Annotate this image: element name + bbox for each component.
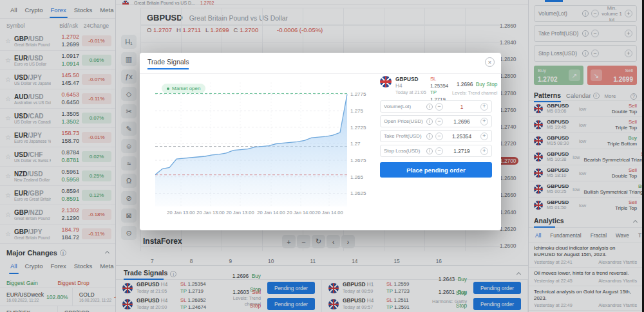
field-value[interactable]: 1.2719 bbox=[446, 148, 478, 154]
trade-signal-card[interactable]: GBPUSD H4 Today at 09:57 SL 1.2511 TP 1.… bbox=[322, 296, 528, 312]
analytics-item[interactable]: Technical analysis on Gold for August 15… bbox=[529, 286, 642, 311]
info-icon[interactable]: i bbox=[426, 104, 433, 110]
favorite-star-icon[interactable]: ☆ bbox=[5, 211, 14, 218]
buy-button[interactable]: Buy 1.2702 ↗ bbox=[534, 66, 583, 85]
modal-title-tab[interactable]: Trade Signals bbox=[147, 58, 189, 69]
collapse-icon[interactable] bbox=[105, 250, 109, 255]
analytics-tab[interactable]: Wave bbox=[612, 230, 633, 241]
favorite-star-icon[interactable]: ☆ bbox=[5, 230, 14, 237]
drop-next-item[interactable]: GBP/SGD bbox=[58, 306, 115, 312]
pattern-row[interactable]: GBPUSD M5 19:45 low Sell Triple Top bbox=[529, 116, 642, 133]
watchlist-row[interactable]: ☆ NZD/USD New Zealand Dollar vs US Do...… bbox=[0, 167, 115, 186]
order-form-field[interactable]: Take Profit(USD) i − 1.25354 + bbox=[380, 130, 492, 142]
order-form-field[interactable]: Volume(Lot) i − Min. volume 1 lot + bbox=[534, 5, 637, 22]
analytics-item[interactable]: Ichimoku cloud indicator analysis on EUR… bbox=[529, 242, 642, 267]
chart-control-button[interactable]: − bbox=[297, 235, 310, 248]
help-icon[interactable]: ? bbox=[630, 93, 637, 100]
decrement-button[interactable]: − bbox=[435, 133, 443, 140]
pending-order-button[interactable]: Pending order bbox=[473, 298, 521, 310]
info-icon[interactable]: i bbox=[426, 133, 433, 140]
watchlist-row[interactable]: ☆ AUD/USD Australian vs US Dollar 0.6453… bbox=[0, 89, 115, 109]
drawing-tool-icon[interactable]: ▥ bbox=[121, 52, 137, 66]
increment-button[interactable]: + bbox=[480, 147, 488, 155]
drawing-tool-icon[interactable]: Ω bbox=[121, 174, 137, 188]
pending-order-button[interactable]: Pending order bbox=[267, 282, 315, 294]
info-icon[interactable]: i bbox=[170, 271, 176, 277]
drawing-tool-icon[interactable]: ◇ bbox=[121, 87, 137, 101]
pattern-row[interactable]: GBPUSD M5 01:50 low Sell Triple Top bbox=[529, 197, 642, 213]
analytics-tab[interactable]: Fundamental bbox=[546, 230, 585, 241]
analytics-tab[interactable]: T bbox=[634, 230, 642, 241]
drawing-tool-icon[interactable]: ƒx bbox=[121, 69, 137, 84]
decrement-button[interactable]: − bbox=[591, 30, 599, 37]
decrement-button[interactable]: − bbox=[591, 50, 599, 57]
pending-order-button[interactable]: Pending order bbox=[267, 298, 315, 310]
watchlist-row[interactable]: ☆ GBP/JPY Great Britain Pound vs Japa...… bbox=[0, 225, 115, 244]
watchlist-tab[interactable]: All bbox=[6, 4, 21, 18]
info-icon[interactable]: i bbox=[60, 250, 66, 256]
place-pending-order-button[interactable]: Place pending order bbox=[380, 162, 492, 178]
favorite-star-icon[interactable]: ☆ bbox=[5, 115, 14, 122]
order-form-field[interactable]: Volume(Lot) i − 1 + bbox=[380, 100, 492, 113]
chart-control-button[interactable]: ↻ bbox=[312, 235, 325, 248]
biggest-gain-item[interactable]: EUR/USDweek 16.08.2023, 11:22 102.80% bbox=[0, 288, 73, 306]
watchlist-tab[interactable]: Stocks bbox=[70, 4, 97, 18]
favorite-star-icon[interactable]: ☆ bbox=[5, 153, 14, 160]
trade-signal-card[interactable]: GBPUSD H4 Today at 20:00 SL 1.26852 TP 1… bbox=[116, 296, 322, 312]
info-icon[interactable]: i bbox=[582, 30, 589, 37]
info-icon[interactable]: i bbox=[426, 148, 433, 154]
pattern-row[interactable]: GBPUSD M5 18:10 low Sell Double Top bbox=[529, 165, 642, 181]
watchlist-row[interactable]: ☆ GBP/USD Great Britain Pound vs US D...… bbox=[0, 32, 115, 51]
drawing-tool-icon[interactable]: ✂ bbox=[121, 104, 137, 118]
close-icon[interactable]: × bbox=[485, 57, 495, 67]
pattern-row[interactable]: GBPUSD M15 08:30 low Buy Triple Bottom bbox=[529, 133, 642, 149]
analytics-tab[interactable]: Fractal bbox=[587, 230, 611, 241]
drawing-tool-icon[interactable]: ⊘ bbox=[121, 191, 137, 205]
collapse-icon[interactable] bbox=[633, 219, 638, 224]
analytics-tab[interactable]: All bbox=[531, 230, 545, 241]
gain-next-item[interactable]: EUR/SEK bbox=[0, 306, 58, 312]
collapse-icon[interactable] bbox=[516, 271, 521, 276]
order-form-field[interactable]: Stop Loss(USD) i − 1.2719 + bbox=[380, 145, 492, 157]
increment-button[interactable]: + bbox=[480, 118, 488, 125]
favorite-star-icon[interactable]: ☆ bbox=[5, 134, 14, 141]
field-value[interactable]: Min. volume 1 lot bbox=[601, 5, 622, 23]
watchlist-row[interactable]: ☆ EUR/JPY Euro vs Japanese Yen 158.73 15… bbox=[0, 128, 115, 147]
favorite-star-icon[interactable]: ☆ bbox=[5, 57, 14, 64]
watchlist-row[interactable]: ☆ USD/CAD US Dollar vs Canadian 1.3505 1… bbox=[0, 109, 115, 128]
watchlist-row[interactable]: ☆ EUR/GBP Euro vs Great Britain Pound 0.… bbox=[0, 186, 115, 205]
major-changes-tab[interactable]: Forex bbox=[47, 260, 70, 274]
trade-signal-card[interactable]: GBPUSD H4 Today at 21:05 SL 1.25354 TP 1… bbox=[116, 280, 322, 296]
chart-control-button[interactable]: ‹ bbox=[327, 235, 340, 248]
drawing-tool-icon[interactable]: ☺ bbox=[121, 139, 137, 153]
watchlist-row[interactable]: ☆ EUR/USD Euro vs US Dollar 1.0917 1.091… bbox=[0, 51, 115, 70]
info-icon[interactable]: i bbox=[582, 50, 589, 57]
trade-signal-card[interactable]: GBPUSD H1 Today at 08:59 SL 1.2559 TP 1.… bbox=[322, 280, 528, 296]
increment-button[interactable]: + bbox=[480, 133, 488, 140]
sell-button[interactable]: ↘ Sell 1.2699 bbox=[587, 66, 637, 85]
favorite-star-icon[interactable]: ☆ bbox=[5, 76, 14, 83]
order-form-field[interactable]: Take Profit(USD) i − + bbox=[534, 25, 637, 42]
info-icon[interactable]: i bbox=[582, 10, 589, 17]
watchlist-tab[interactable]: Meta bbox=[96, 4, 117, 18]
increment-button[interactable]: + bbox=[625, 50, 632, 57]
decrement-button[interactable]: − bbox=[435, 118, 443, 125]
field-value[interactable]: 1 bbox=[446, 104, 478, 110]
major-changes-tab[interactable]: All bbox=[6, 260, 21, 274]
favorite-star-icon[interactable]: ☆ bbox=[5, 172, 14, 179]
info-icon[interactable]: i bbox=[426, 118, 433, 125]
tab-calendar[interactable]: Calendari bbox=[566, 92, 600, 99]
increment-button[interactable]: + bbox=[625, 10, 632, 17]
order-form-field[interactable]: Open Price(USD) i − 1.2696 + bbox=[380, 115, 492, 127]
major-changes-tab[interactable]: Stocks bbox=[70, 260, 97, 274]
increment-button[interactable]: + bbox=[625, 30, 632, 37]
watchlist-tab[interactable]: Crypto bbox=[21, 4, 47, 18]
drawing-tool-icon[interactable]: H₁ bbox=[121, 35, 137, 49]
more-link[interactable]: More bbox=[605, 93, 616, 99]
watchlist-tab[interactable]: Forex bbox=[47, 4, 70, 18]
analytics-item[interactable]: Oil moves lower, hints for a trend rever… bbox=[529, 267, 642, 286]
field-value[interactable]: 1.2696 bbox=[446, 118, 478, 125]
chart-control-button[interactable]: › bbox=[341, 235, 355, 248]
increment-button[interactable]: + bbox=[480, 103, 488, 111]
decrement-button[interactable]: − bbox=[435, 103, 443, 111]
